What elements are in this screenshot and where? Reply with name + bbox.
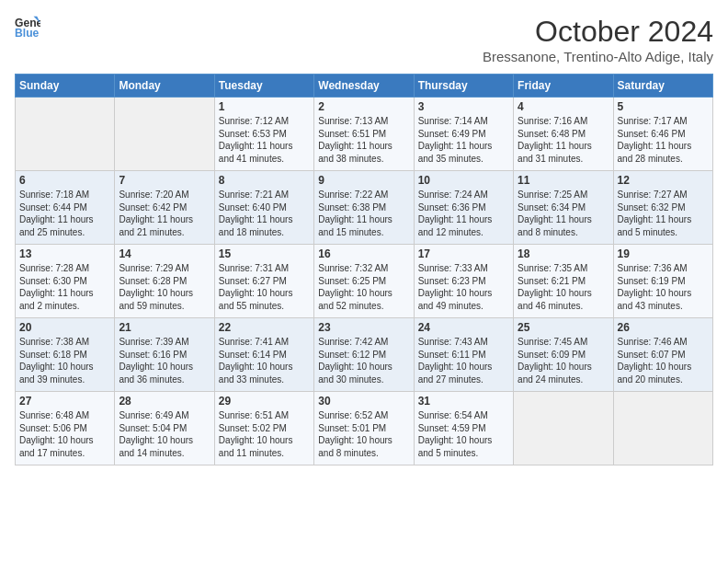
day-number: 20 <box>19 321 110 334</box>
calendar-table: SundayMondayTuesdayWednesdayThursdayFrid… <box>15 74 713 465</box>
calendar-cell: 31Sunrise: 6:54 AMSunset: 4:59 PMDayligh… <box>414 392 513 465</box>
calendar-cell: 2Sunrise: 7:13 AMSunset: 6:51 PMDaylight… <box>314 98 414 171</box>
calendar-cell: 26Sunrise: 7:46 AMSunset: 6:07 PMDayligh… <box>613 318 712 392</box>
day-number: 25 <box>518 321 609 334</box>
calendar-cell: 8Sunrise: 7:21 AMSunset: 6:40 PMDaylight… <box>214 171 313 245</box>
week-row: 27Sunrise: 6:48 AMSunset: 5:06 PMDayligh… <box>16 392 713 465</box>
day-number: 21 <box>119 321 210 334</box>
calendar-cell: 9Sunrise: 7:22 AMSunset: 6:38 PMDaylight… <box>314 171 414 245</box>
day-info: Sunrise: 7:16 AMSunset: 6:48 PMDaylight:… <box>518 115 609 165</box>
week-row: 1Sunrise: 7:12 AMSunset: 6:53 PMDaylight… <box>16 98 713 171</box>
calendar-cell: 13Sunrise: 7:28 AMSunset: 6:30 PMDayligh… <box>16 245 115 318</box>
calendar-cell <box>613 392 712 465</box>
day-info: Sunrise: 7:38 AMSunset: 6:18 PMDaylight:… <box>19 336 110 385</box>
day-info: Sunrise: 7:43 AMSunset: 6:11 PMDaylight:… <box>418 336 509 385</box>
day-number: 11 <box>518 174 609 187</box>
day-info: Sunrise: 6:48 AMSunset: 5:06 PMDaylight:… <box>19 409 110 459</box>
svg-text:Blue: Blue <box>15 27 40 40</box>
day-number: 8 <box>219 174 310 187</box>
day-number: 29 <box>219 395 310 408</box>
calendar-cell <box>514 392 613 465</box>
day-number: 3 <box>418 100 509 113</box>
header-row: SundayMondayTuesdayWednesdayThursdayFrid… <box>16 75 713 98</box>
day-info: Sunrise: 7:21 AMSunset: 6:40 PMDaylight:… <box>219 189 310 238</box>
calendar-cell: 28Sunrise: 6:49 AMSunset: 5:04 PMDayligh… <box>115 392 214 465</box>
calendar-cell <box>16 98 115 171</box>
calendar-cell: 29Sunrise: 6:51 AMSunset: 5:02 PMDayligh… <box>214 392 313 465</box>
calendar-cell: 5Sunrise: 7:17 AMSunset: 6:46 PMDaylight… <box>613 98 712 171</box>
calendar-cell: 30Sunrise: 6:52 AMSunset: 5:01 PMDayligh… <box>314 392 414 465</box>
calendar-cell: 20Sunrise: 7:38 AMSunset: 6:18 PMDayligh… <box>16 318 115 392</box>
day-number: 23 <box>318 321 409 334</box>
calendar-cell <box>115 98 214 171</box>
day-info: Sunrise: 7:20 AMSunset: 6:42 PMDaylight:… <box>119 189 210 238</box>
day-info: Sunrise: 7:29 AMSunset: 6:28 PMDaylight:… <box>119 262 210 312</box>
day-info: Sunrise: 7:22 AMSunset: 6:38 PMDaylight:… <box>318 189 409 238</box>
day-info: Sunrise: 6:49 AMSunset: 5:04 PMDaylight:… <box>119 409 210 459</box>
day-number: 24 <box>418 321 509 334</box>
day-info: Sunrise: 6:54 AMSunset: 4:59 PMDaylight:… <box>418 409 509 459</box>
day-number: 31 <box>418 395 509 408</box>
day-number: 12 <box>618 174 709 187</box>
header-sunday: Sunday <box>16 75 115 98</box>
day-number: 17 <box>418 247 509 260</box>
day-number: 7 <box>119 174 210 187</box>
calendar-cell: 17Sunrise: 7:33 AMSunset: 6:23 PMDayligh… <box>414 245 513 318</box>
day-number: 28 <box>119 395 210 408</box>
day-info: Sunrise: 7:12 AMSunset: 6:53 PMDaylight:… <box>219 115 310 165</box>
day-info: Sunrise: 6:52 AMSunset: 5:01 PMDaylight:… <box>318 409 409 459</box>
calendar-cell: 3Sunrise: 7:14 AMSunset: 6:49 PMDaylight… <box>414 98 513 171</box>
day-number: 2 <box>318 100 409 113</box>
day-number: 10 <box>418 174 509 187</box>
header-thursday: Thursday <box>414 75 513 98</box>
calendar-cell: 21Sunrise: 7:39 AMSunset: 6:16 PMDayligh… <box>115 318 214 392</box>
day-number: 9 <box>318 174 409 187</box>
calendar-cell: 12Sunrise: 7:27 AMSunset: 6:32 PMDayligh… <box>613 171 712 245</box>
title-block: October 2024 Bressanone, Trentino-Alto A… <box>483 15 713 64</box>
calendar-cell: 27Sunrise: 6:48 AMSunset: 5:06 PMDayligh… <box>16 392 115 465</box>
day-info: Sunrise: 7:27 AMSunset: 6:32 PMDaylight:… <box>618 189 709 238</box>
calendar-cell: 14Sunrise: 7:29 AMSunset: 6:28 PMDayligh… <box>115 245 214 318</box>
day-number: 27 <box>19 395 110 408</box>
day-info: Sunrise: 7:35 AMSunset: 6:21 PMDaylight:… <box>518 262 609 312</box>
day-info: Sunrise: 7:14 AMSunset: 6:49 PMDaylight:… <box>418 115 509 165</box>
calendar-cell: 11Sunrise: 7:25 AMSunset: 6:34 PMDayligh… <box>514 171 613 245</box>
day-info: Sunrise: 7:33 AMSunset: 6:23 PMDaylight:… <box>418 262 509 312</box>
header-monday: Monday <box>115 75 214 98</box>
calendar-body: 1Sunrise: 7:12 AMSunset: 6:53 PMDaylight… <box>16 98 713 465</box>
day-number: 19 <box>618 247 709 260</box>
day-number: 22 <box>219 321 310 334</box>
week-row: 20Sunrise: 7:38 AMSunset: 6:18 PMDayligh… <box>16 318 713 392</box>
calendar-cell: 16Sunrise: 7:32 AMSunset: 6:25 PMDayligh… <box>314 245 414 318</box>
calendar-cell: 10Sunrise: 7:24 AMSunset: 6:36 PMDayligh… <box>414 171 513 245</box>
calendar-cell: 6Sunrise: 7:18 AMSunset: 6:44 PMDaylight… <box>16 171 115 245</box>
calendar-cell: 22Sunrise: 7:41 AMSunset: 6:14 PMDayligh… <box>214 318 313 392</box>
calendar-cell: 23Sunrise: 7:42 AMSunset: 6:12 PMDayligh… <box>314 318 414 392</box>
day-info: Sunrise: 7:36 AMSunset: 6:19 PMDaylight:… <box>618 262 709 312</box>
day-number: 4 <box>518 100 609 113</box>
day-info: Sunrise: 7:28 AMSunset: 6:30 PMDaylight:… <box>19 262 110 312</box>
day-info: Sunrise: 7:46 AMSunset: 6:07 PMDaylight:… <box>618 336 709 385</box>
week-row: 13Sunrise: 7:28 AMSunset: 6:30 PMDayligh… <box>16 245 713 318</box>
calendar-cell: 19Sunrise: 7:36 AMSunset: 6:19 PMDayligh… <box>613 245 712 318</box>
day-info: Sunrise: 7:32 AMSunset: 6:25 PMDaylight:… <box>318 262 409 312</box>
month-title: October 2024 <box>483 15 713 49</box>
day-info: Sunrise: 7:18 AMSunset: 6:44 PMDaylight:… <box>19 189 110 238</box>
header-wednesday: Wednesday <box>314 75 414 98</box>
day-info: Sunrise: 7:45 AMSunset: 6:09 PMDaylight:… <box>518 336 609 385</box>
day-number: 16 <box>318 247 409 260</box>
header-saturday: Saturday <box>613 75 712 98</box>
week-row: 6Sunrise: 7:18 AMSunset: 6:44 PMDaylight… <box>16 171 713 245</box>
day-number: 5 <box>618 100 709 113</box>
day-number: 26 <box>618 321 709 334</box>
header-friday: Friday <box>514 75 613 98</box>
calendar-cell: 25Sunrise: 7:45 AMSunset: 6:09 PMDayligh… <box>514 318 613 392</box>
day-number: 1 <box>219 100 310 113</box>
day-info: Sunrise: 7:39 AMSunset: 6:16 PMDaylight:… <box>119 336 210 385</box>
logo: General Blue General Blue <box>15 15 40 40</box>
calendar-cell: 15Sunrise: 7:31 AMSunset: 6:27 PMDayligh… <box>214 245 313 318</box>
calendar-cell: 1Sunrise: 7:12 AMSunset: 6:53 PMDaylight… <box>214 98 313 171</box>
header-tuesday: Tuesday <box>214 75 313 98</box>
calendar-cell: 4Sunrise: 7:16 AMSunset: 6:48 PMDaylight… <box>514 98 613 171</box>
calendar-cell: 18Sunrise: 7:35 AMSunset: 6:21 PMDayligh… <box>514 245 613 318</box>
